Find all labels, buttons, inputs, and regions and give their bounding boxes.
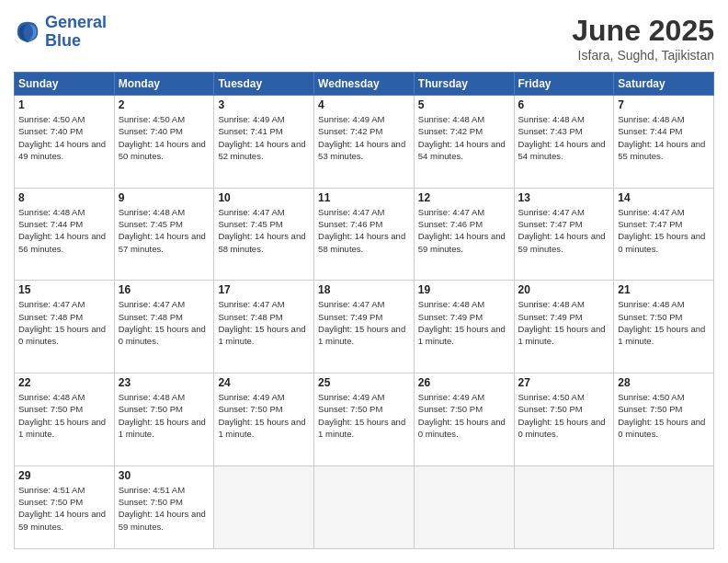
day-info: Sunrise: 4:48 AMSunset: 7:42 PMDaylight:… [418,113,510,162]
day-info: Sunrise: 4:49 AMSunset: 7:50 PMDaylight:… [318,391,410,440]
calendar-cell: 11Sunrise: 4:47 AMSunset: 7:46 PMDayligh… [314,188,415,281]
calendar-cell [314,465,415,548]
calendar-week-row: 15Sunrise: 4:47 AMSunset: 7:48 PMDayligh… [15,281,714,373]
calendar-cell: 10Sunrise: 4:47 AMSunset: 7:45 PMDayligh… [214,188,314,281]
day-number: 23 [119,376,210,389]
calendar-cell: 8Sunrise: 4:48 AMSunset: 7:44 PMDaylight… [15,188,115,281]
day-number: 1 [18,98,110,111]
calendar-cell: 26Sunrise: 4:49 AMSunset: 7:50 PMDayligh… [414,373,514,466]
calendar-week-row: 8Sunrise: 4:48 AMSunset: 7:44 PMDaylight… [15,188,714,281]
day-number: 25 [318,376,410,389]
calendar-cell: 16Sunrise: 4:47 AMSunset: 7:48 PMDayligh… [114,281,214,373]
calendar-table: SundayMondayTuesdayWednesdayThursdayFrid… [14,72,714,549]
day-info: Sunrise: 4:49 AMSunset: 7:50 PMDaylight:… [418,391,510,440]
day-info: Sunrise: 4:48 AMSunset: 7:44 PMDaylight:… [618,113,710,162]
header: General Blue June 2025 Isfara, Sughd, Ta… [14,14,714,63]
calendar-cell: 30Sunrise: 4:51 AMSunset: 7:50 PMDayligh… [114,465,214,548]
day-info: Sunrise: 4:50 AMSunset: 7:50 PMDaylight:… [518,391,610,440]
day-header-tuesday: Tuesday [214,73,314,96]
day-info: Sunrise: 4:47 AMSunset: 7:47 PMDaylight:… [518,206,610,255]
calendar-cell: 18Sunrise: 4:47 AMSunset: 7:49 PMDayligh… [314,281,415,373]
calendar-week-row: 22Sunrise: 4:48 AMSunset: 7:50 PMDayligh… [15,373,714,466]
day-number: 17 [218,283,310,296]
day-info: Sunrise: 4:48 AMSunset: 7:50 PMDaylight:… [18,391,110,440]
day-header-friday: Friday [514,73,614,96]
day-number: 27 [518,376,610,389]
day-header-saturday: Saturday [614,73,714,96]
day-number: 3 [218,98,310,111]
day-number: 30 [119,469,210,482]
logo-line2: Blue [45,32,107,51]
calendar-cell [214,465,314,548]
day-header-wednesday: Wednesday [314,73,415,96]
calendar-cell: 28Sunrise: 4:50 AMSunset: 7:50 PMDayligh… [614,373,714,466]
calendar-cell: 2Sunrise: 4:50 AMSunset: 7:40 PMDaylight… [114,96,214,189]
day-info: Sunrise: 4:50 AMSunset: 7:40 PMDaylight:… [119,113,210,162]
calendar-cell: 21Sunrise: 4:48 AMSunset: 7:50 PMDayligh… [614,281,714,373]
calendar-cell: 4Sunrise: 4:49 AMSunset: 7:42 PMDaylight… [314,96,415,189]
day-number: 16 [119,283,210,296]
calendar-cell: 24Sunrise: 4:49 AMSunset: 7:50 PMDayligh… [214,373,314,466]
location: Isfara, Sughd, Tajikistan [572,48,714,63]
day-info: Sunrise: 4:48 AMSunset: 7:50 PMDaylight:… [618,298,710,347]
day-info: Sunrise: 4:48 AMSunset: 7:49 PMDaylight:… [418,298,510,347]
calendar-cell [514,465,614,548]
calendar-cell: 22Sunrise: 4:48 AMSunset: 7:50 PMDayligh… [15,373,115,466]
day-number: 12 [418,191,510,204]
day-number: 6 [518,98,610,111]
calendar-cell: 23Sunrise: 4:48 AMSunset: 7:50 PMDayligh… [114,373,214,466]
day-number: 13 [518,191,610,204]
day-info: Sunrise: 4:47 AMSunset: 7:49 PMDaylight:… [318,298,410,347]
calendar-cell: 12Sunrise: 4:47 AMSunset: 7:46 PMDayligh… [414,188,514,281]
day-number: 22 [18,376,110,389]
day-info: Sunrise: 4:47 AMSunset: 7:48 PMDaylight:… [218,298,310,347]
calendar-cell: 3Sunrise: 4:49 AMSunset: 7:41 PMDaylight… [214,96,314,189]
logo-icon [14,18,41,46]
month-title: June 2025 [572,14,714,48]
day-info: Sunrise: 4:49 AMSunset: 7:41 PMDaylight:… [218,113,310,162]
calendar-cell: 29Sunrise: 4:51 AMSunset: 7:50 PMDayligh… [15,465,115,548]
logo: General Blue [14,14,107,51]
day-info: Sunrise: 4:48 AMSunset: 7:45 PMDaylight:… [119,206,210,255]
day-info: Sunrise: 4:50 AMSunset: 7:40 PMDaylight:… [18,113,110,162]
calendar-header-row: SundayMondayTuesdayWednesdayThursdayFrid… [15,73,714,96]
day-number: 11 [318,191,410,204]
calendar-week-row: 1Sunrise: 4:50 AMSunset: 7:40 PMDaylight… [15,96,714,189]
day-info: Sunrise: 4:50 AMSunset: 7:50 PMDaylight:… [618,391,710,440]
calendar-cell: 19Sunrise: 4:48 AMSunset: 7:49 PMDayligh… [414,281,514,373]
calendar-cell: 7Sunrise: 4:48 AMSunset: 7:44 PMDaylight… [614,96,714,189]
day-number: 19 [418,283,510,296]
page: General Blue June 2025 Isfara, Sughd, Ta… [0,0,728,563]
day-info: Sunrise: 4:48 AMSunset: 7:50 PMDaylight:… [119,391,210,440]
logo-text: General Blue [45,14,107,51]
calendar-cell: 15Sunrise: 4:47 AMSunset: 7:48 PMDayligh… [15,281,115,373]
title-section: June 2025 Isfara, Sughd, Tajikistan [572,14,714,63]
day-number: 20 [518,283,610,296]
day-info: Sunrise: 4:47 AMSunset: 7:46 PMDaylight:… [418,206,510,255]
day-info: Sunrise: 4:51 AMSunset: 7:50 PMDaylight:… [18,484,110,533]
calendar-cell: 9Sunrise: 4:48 AMSunset: 7:45 PMDaylight… [114,188,214,281]
day-number: 28 [618,376,710,389]
day-info: Sunrise: 4:51 AMSunset: 7:50 PMDaylight:… [119,484,210,533]
calendar-cell: 14Sunrise: 4:47 AMSunset: 7:47 PMDayligh… [614,188,714,281]
day-number: 2 [119,98,210,111]
day-info: Sunrise: 4:48 AMSunset: 7:44 PMDaylight:… [18,206,110,255]
day-header-sunday: Sunday [15,73,115,96]
day-number: 18 [318,283,410,296]
day-number: 26 [418,376,510,389]
day-info: Sunrise: 4:49 AMSunset: 7:50 PMDaylight:… [218,391,310,440]
day-info: Sunrise: 4:48 AMSunset: 7:49 PMDaylight:… [518,298,610,347]
day-header-thursday: Thursday [414,73,514,96]
day-header-monday: Monday [114,73,214,96]
day-info: Sunrise: 4:47 AMSunset: 7:46 PMDaylight:… [318,206,410,255]
day-number: 21 [618,283,710,296]
day-number: 15 [18,283,110,296]
day-info: Sunrise: 4:49 AMSunset: 7:42 PMDaylight:… [318,113,410,162]
day-info: Sunrise: 4:47 AMSunset: 7:47 PMDaylight:… [618,206,710,255]
calendar-week-row: 29Sunrise: 4:51 AMSunset: 7:50 PMDayligh… [15,465,714,548]
calendar-cell: 1Sunrise: 4:50 AMSunset: 7:40 PMDaylight… [15,96,115,189]
day-info: Sunrise: 4:47 AMSunset: 7:45 PMDaylight:… [218,206,310,255]
day-number: 10 [218,191,310,204]
day-info: Sunrise: 4:47 AMSunset: 7:48 PMDaylight:… [18,298,110,347]
calendar-cell: 25Sunrise: 4:49 AMSunset: 7:50 PMDayligh… [314,373,415,466]
